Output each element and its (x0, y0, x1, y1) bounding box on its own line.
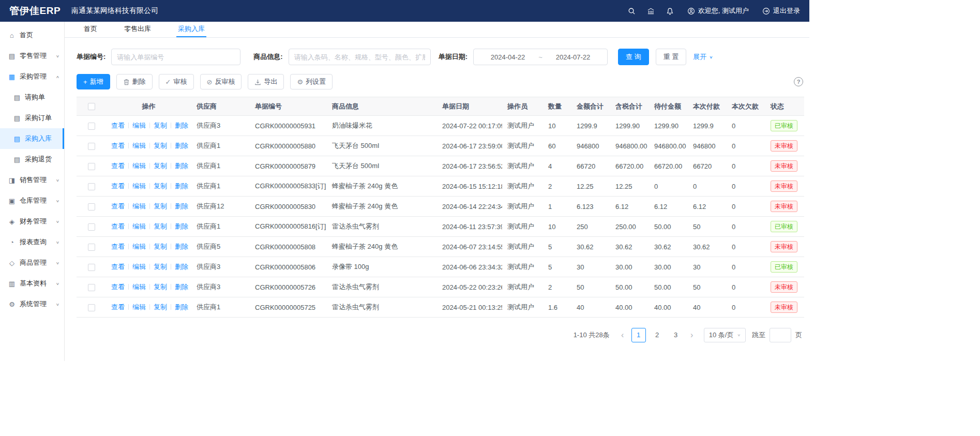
row-action-view[interactable]: 查看 (111, 263, 125, 270)
logout-button[interactable]: 退出登录 (762, 6, 800, 16)
page-number-button[interactable]: 2 (650, 328, 665, 342)
sidebar-item[interactable]: ▦采购管理∧ (0, 66, 64, 87)
sidebar-subitem[interactable]: ▤采购入库 (0, 128, 64, 149)
sidebar-subitem[interactable]: ▤请购单 (0, 87, 64, 108)
sidebar-item[interactable]: ▤零售管理∨ (0, 46, 64, 66)
row-action-delete[interactable]: 删除 (175, 202, 188, 210)
row-action-copy[interactable]: 复制 (154, 303, 167, 311)
doc-no-input[interactable] (111, 49, 240, 65)
search-icon[interactable] (628, 7, 636, 15)
row-action-edit[interactable]: 编辑 (132, 243, 146, 250)
row-actions-cell: 查看编辑复制删除 (106, 136, 191, 156)
prev-page-button[interactable]: ‹ (616, 331, 629, 339)
page-size-select[interactable]: 10 条/页 ∨ (704, 328, 746, 342)
row-checkbox[interactable] (88, 264, 95, 271)
bell-icon[interactable] (666, 7, 674, 15)
welcome-user[interactable]: 欢迎您, 测试用户 (687, 6, 749, 16)
sidebar-item[interactable]: ▣仓库管理∨ (0, 190, 64, 211)
row-action-copy[interactable]: 复制 (154, 202, 167, 210)
select-all-checkbox[interactable] (88, 103, 95, 110)
tab-item[interactable]: 采购入库 (176, 22, 206, 37)
row-action-edit[interactable]: 编辑 (132, 162, 146, 170)
tab-item[interactable]: 零售出库 (123, 22, 153, 37)
row-checkbox[interactable] (88, 183, 95, 190)
sidebar-item[interactable]: ◇商品管理∨ (0, 252, 64, 273)
product-cell: 录像带 100g (327, 257, 437, 277)
row-action-view[interactable]: 查看 (111, 243, 125, 250)
row-action-view[interactable]: 查看 (111, 142, 125, 149)
row-action-view[interactable]: 查看 (111, 283, 125, 291)
product-input[interactable] (289, 49, 431, 65)
row-checkbox[interactable] (88, 244, 95, 251)
row-checkbox[interactable] (88, 284, 95, 291)
row-action-copy[interactable]: 复制 (154, 162, 167, 170)
row-checkbox[interactable] (88, 163, 95, 170)
row-action-delete[interactable]: 删除 (175, 303, 188, 311)
row-checkbox[interactable] (88, 223, 95, 231)
row-action-edit[interactable]: 编辑 (132, 182, 146, 190)
row-checkbox[interactable] (88, 123, 95, 130)
row-action-delete[interactable]: 删除 (175, 283, 188, 291)
row-action-view[interactable]: 查看 (111, 202, 125, 210)
amount-cell: 946800 (571, 136, 610, 156)
sidebar-item[interactable]: ⌂首页 (0, 25, 64, 46)
doc-no-cell: CGRK00000005726 (250, 277, 327, 297)
row-action-delete[interactable]: 删除 (175, 182, 188, 190)
export-button[interactable]: 导出 (248, 74, 284, 89)
page-number-button[interactable]: 1 (631, 328, 646, 342)
row-action-copy[interactable]: 复制 (154, 263, 167, 270)
row-action-delete[interactable]: 删除 (175, 122, 188, 129)
row-action-delete[interactable]: 删除 (175, 243, 188, 250)
row-action-edit[interactable]: 编辑 (132, 122, 146, 129)
row-action-view[interactable]: 查看 (111, 303, 125, 311)
row-action-delete[interactable]: 删除 (175, 142, 188, 149)
row-action-view[interactable]: 查看 (111, 222, 125, 230)
unaudit-button[interactable]: ⊘ 反审核 (200, 74, 242, 89)
row-action-edit[interactable]: 编辑 (132, 142, 146, 149)
row-action-edit[interactable]: 编辑 (132, 222, 146, 230)
tab-item[interactable]: 首页 (82, 22, 99, 37)
row-action-copy[interactable]: 复制 (154, 283, 167, 291)
sidebar-subitem[interactable]: ▤采购订单 (0, 108, 64, 128)
page-number-button[interactable]: 3 (669, 328, 683, 342)
row-action-edit[interactable]: 编辑 (132, 263, 146, 270)
search-button[interactable]: 查 询 (618, 49, 649, 65)
sidebar-item[interactable]: ◔报表查询∨ (0, 232, 64, 252)
row-action-delete[interactable]: 删除 (175, 222, 188, 230)
row-action-edit[interactable]: 编辑 (132, 283, 146, 291)
sidebar-item[interactable]: ⚙系统管理∨ (0, 294, 64, 314)
sidebar-item[interactable]: ◨销售管理∨ (0, 170, 64, 190)
date-end-value[interactable]: 2024-07-22 (546, 53, 600, 61)
sidebar-item[interactable]: ◈财务管理∨ (0, 211, 64, 232)
row-action-copy[interactable]: 复制 (154, 243, 167, 250)
date-range-picker[interactable]: 2024-04-22 ~ 2024-07-22 (473, 49, 608, 65)
row-action-edit[interactable]: 编辑 (132, 303, 146, 311)
row-checkbox[interactable] (88, 203, 95, 211)
sidebar-subitem[interactable]: ▤采购退货 (0, 149, 64, 170)
row-action-view[interactable]: 查看 (111, 162, 125, 170)
row-action-copy[interactable]: 复制 (154, 222, 167, 230)
audit-button[interactable]: ✓ 审核 (159, 74, 194, 89)
row-action-view[interactable]: 查看 (111, 122, 125, 129)
column-settings-button[interactable]: ⚙ 列设置 (290, 74, 333, 89)
help-icon[interactable]: ? (794, 77, 803, 86)
row-action-delete[interactable]: 删除 (175, 263, 188, 270)
bank-icon[interactable] (647, 7, 655, 15)
add-button[interactable]: + 新增 (77, 74, 110, 89)
reset-button[interactable]: 重 置 (656, 49, 687, 65)
date-start-value[interactable]: 2024-04-22 (480, 53, 535, 61)
expand-toggle[interactable]: 展开 ∨ (693, 52, 713, 62)
action-divider (149, 163, 150, 169)
sidebar-item[interactable]: ▥基本资料∨ (0, 273, 64, 294)
jump-page-input[interactable] (770, 328, 791, 342)
row-action-view[interactable]: 查看 (111, 182, 125, 190)
row-action-copy[interactable]: 复制 (154, 182, 167, 190)
row-checkbox[interactable] (88, 143, 95, 150)
row-action-delete[interactable]: 删除 (175, 162, 188, 170)
row-checkbox[interactable] (88, 304, 95, 311)
delete-button[interactable]: 删除 (116, 74, 153, 89)
row-action-edit[interactable]: 编辑 (132, 202, 146, 210)
next-page-button[interactable]: › (685, 331, 699, 339)
row-action-copy[interactable]: 复制 (154, 122, 167, 129)
row-action-copy[interactable]: 复制 (154, 142, 167, 149)
